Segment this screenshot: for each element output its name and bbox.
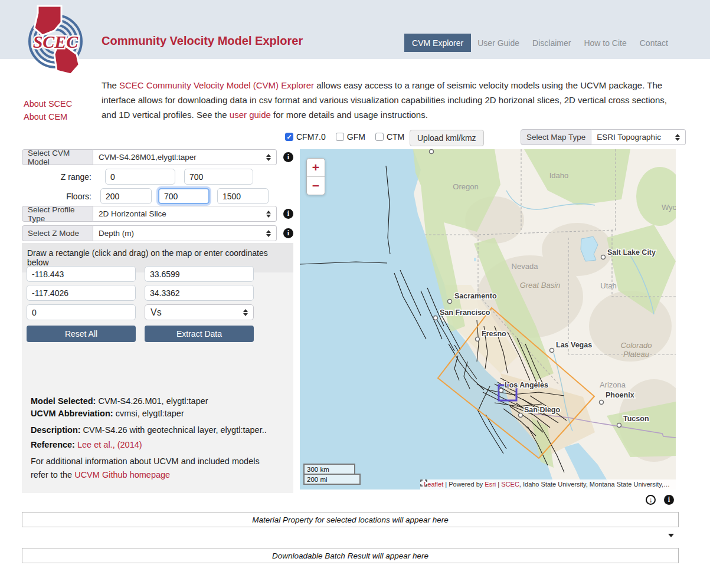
description-label: Description: bbox=[31, 425, 81, 435]
property-select[interactable]: Vs bbox=[145, 304, 254, 320]
reset-all-button[interactable]: Reset All bbox=[27, 326, 136, 342]
zoom-control: + − bbox=[306, 158, 325, 195]
city-dot bbox=[617, 423, 621, 428]
city-label: Tucson bbox=[623, 415, 649, 423]
upload-kml-button[interactable]: Upload kml/kmz bbox=[410, 130, 484, 146]
cvm-model-info-icon[interactable]: i bbox=[283, 152, 293, 162]
city-label: San Francisco bbox=[440, 308, 490, 317]
about-links: About SCEC About CEM bbox=[24, 97, 72, 123]
checkbox-gfm[interactable]: GFM bbox=[336, 132, 365, 142]
cvm-model-label: Select CVM Model bbox=[22, 149, 93, 165]
city-label: Fresno bbox=[482, 330, 506, 338]
lat2-input[interactable] bbox=[145, 285, 254, 301]
select-arrows-icon bbox=[266, 230, 271, 237]
tab-cvm-explorer[interactable]: CVM Explorer bbox=[404, 34, 471, 52]
city-label: Los Angeles bbox=[505, 381, 548, 389]
floor3-input[interactable] bbox=[217, 188, 269, 204]
ucvm-github-link[interactable]: UCVM Github homepage bbox=[74, 470, 170, 479]
intro-paragraph: The SCEC Community Velocity Model (CVM) … bbox=[102, 78, 668, 122]
city-label: Las Vegas bbox=[556, 341, 592, 349]
zoom-out-button[interactable]: − bbox=[307, 177, 325, 195]
city-label: Salt Lake City bbox=[607, 248, 656, 257]
about-cem-link[interactable]: About CEM bbox=[24, 110, 72, 123]
scec-link[interactable]: SCEC bbox=[501, 481, 519, 488]
tab-disclaimer[interactable]: Disclaimer bbox=[526, 34, 577, 52]
cfm7-label: CFM7.0 bbox=[296, 132, 326, 142]
scec-logo[interactable]: SCEC bbox=[25, 5, 86, 78]
reference-link[interactable]: Lee et al., (2014) bbox=[77, 440, 142, 449]
select-arrows-icon bbox=[266, 154, 271, 161]
ucvm-abbrev-value: cvmsi, elygtl:taper bbox=[113, 409, 184, 418]
tab-how-to-cite[interactable]: How to Cite bbox=[577, 34, 633, 52]
zoom-in-button[interactable]: + bbox=[307, 159, 325, 177]
z-range-min-input[interactable] bbox=[105, 169, 175, 185]
floor1-input[interactable] bbox=[100, 188, 152, 204]
checkbox-ctm[interactable]: CTM bbox=[375, 132, 404, 142]
profile-type-info-icon[interactable]: i bbox=[283, 209, 293, 219]
description-value: CVM-S4.26 with geotechnical layer, elygt… bbox=[81, 425, 267, 435]
city-dot bbox=[476, 337, 480, 341]
region-label: Nevada bbox=[512, 262, 539, 271]
city-label: San Diego bbox=[524, 406, 560, 414]
lon2-input[interactable] bbox=[27, 285, 136, 301]
model-selected-label: Model Selected: bbox=[31, 396, 96, 406]
region-label: Oregon bbox=[453, 182, 478, 191]
attribution-text: , Idaho State University, Montana State … bbox=[519, 481, 670, 488]
city-dot bbox=[550, 349, 554, 353]
map-type-label: Select Map Type bbox=[521, 129, 591, 145]
city-dot bbox=[448, 300, 452, 304]
city-label: Sacramento bbox=[454, 292, 497, 300]
region-label: Plateau bbox=[623, 350, 649, 359]
material-property-bar: Material Property for selected locations… bbox=[22, 512, 679, 527]
select-arrows-icon bbox=[243, 309, 248, 316]
city-dot bbox=[519, 413, 523, 418]
checkbox-cfm7[interactable]: ✓ CFM7.0 bbox=[285, 132, 326, 142]
coordinates-panel: Draw a rectangle (click and drag) on the… bbox=[22, 243, 293, 493]
map-type-select[interactable]: ESRI Topographic bbox=[591, 129, 686, 145]
main-nav: CVM Explorer User Guide Disclaimer How t… bbox=[404, 34, 675, 52]
lat1-input[interactable] bbox=[145, 266, 254, 282]
cvm-model-select[interactable]: CVM-S4.26M01,elygtl:taper bbox=[93, 149, 277, 165]
cvm-explorer-page: SCEC Community Velocity Model Explorer C… bbox=[0, 0, 710, 588]
overlay-checkboxes: ✓ CFM7.0 GFM CTM bbox=[285, 132, 404, 142]
lon1-input[interactable] bbox=[27, 266, 136, 282]
floor2-input[interactable] bbox=[158, 188, 210, 204]
select-arrows-icon bbox=[266, 211, 271, 218]
floors-label: Floors: bbox=[22, 188, 91, 204]
z-mode-info-icon[interactable]: i bbox=[283, 228, 293, 238]
select-arrows-icon bbox=[675, 134, 680, 141]
z-mode-select[interactable]: Depth (m) bbox=[93, 225, 277, 241]
tab-user-guide[interactable]: User Guide bbox=[471, 34, 526, 52]
map-attribution: Leaflet | Powered by Esri | SCEC, Idaho … bbox=[420, 479, 676, 490]
z-mode-label: Select Z Mode bbox=[22, 225, 93, 241]
cvm-explorer-link[interactable]: SCEC Community Velocity Model (CVM) Expl… bbox=[119, 80, 314, 90]
region-label: Utah bbox=[600, 281, 616, 290]
reference-label: Reference: bbox=[31, 440, 75, 449]
download-icon[interactable]: ↓ bbox=[646, 495, 656, 505]
city-dot bbox=[430, 150, 434, 154]
results-info-icon[interactable]: i bbox=[664, 495, 674, 505]
region-label: Wyoming bbox=[662, 203, 676, 212]
z-range-label: Z range: bbox=[22, 169, 91, 185]
ctm-label: CTM bbox=[387, 132, 404, 142]
batch-dropdown-caret[interactable] bbox=[668, 534, 674, 537]
z-value-input[interactable] bbox=[27, 304, 136, 320]
lake-tahoe bbox=[474, 258, 476, 261]
ctm-checkbox-icon[interactable] bbox=[375, 133, 384, 141]
leaflet-map[interactable]: OregonIdahoWyomingNevadaGreat BasinUtahC… bbox=[300, 149, 676, 490]
results-toolbar: ↓ i bbox=[646, 495, 674, 505]
user-guide-link[interactable]: user guide bbox=[230, 110, 271, 120]
z-range-max-input[interactable] bbox=[184, 169, 253, 185]
logo-text: SCEC bbox=[33, 32, 79, 51]
ucvm-abbrev-label: UCVM Abbreviation: bbox=[31, 409, 113, 418]
cfm7-checkbox-icon[interactable]: ✓ bbox=[285, 133, 293, 141]
scale-mi: 200 mi bbox=[303, 474, 361, 485]
attribution-text: | Powered by bbox=[443, 481, 485, 488]
esri-link[interactable]: Esri bbox=[485, 481, 496, 488]
extract-data-button[interactable]: Extract Data bbox=[145, 326, 254, 342]
about-scec-link[interactable]: About SCEC bbox=[24, 97, 72, 110]
gfm-checkbox-icon[interactable] bbox=[336, 133, 344, 141]
tab-contact[interactable]: Contact bbox=[633, 34, 675, 52]
profile-type-select[interactable]: 2D Horizontal Slice bbox=[93, 206, 277, 222]
intro-text: The bbox=[102, 80, 119, 90]
